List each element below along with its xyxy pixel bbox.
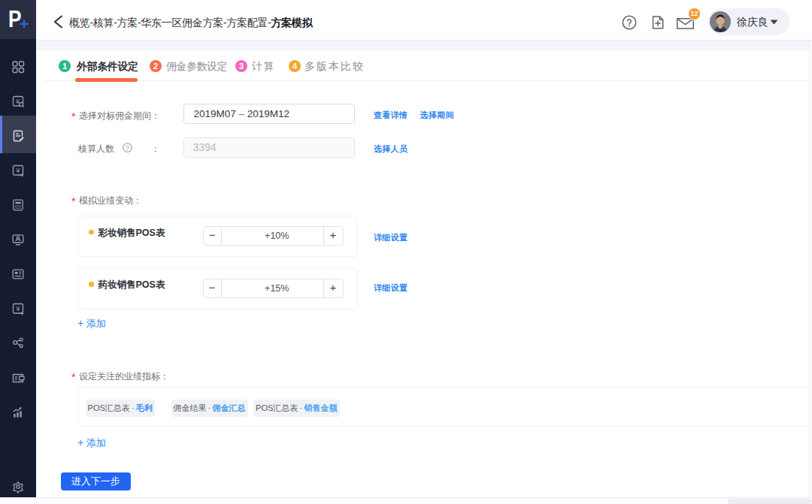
svg-text:¥: ¥ [15, 305, 20, 312]
svg-text:¥: ¥ [15, 167, 20, 174]
svg-text:?: ? [126, 144, 129, 152]
